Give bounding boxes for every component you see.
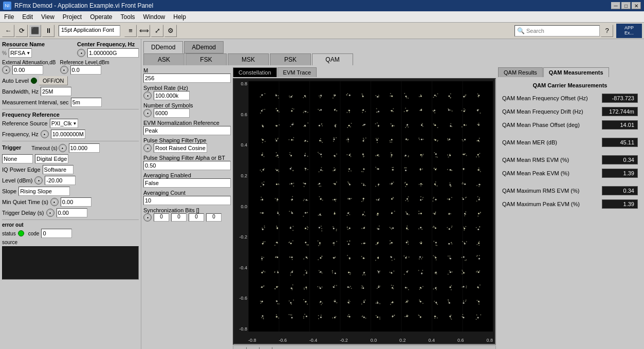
sync-bits-knob[interactable] [143, 213, 152, 222]
tab-psk[interactable]: PSK [270, 53, 311, 65]
auto-level-label: Auto Level [2, 78, 29, 84]
symbol-rate-value[interactable]: 100.000k [154, 91, 190, 100]
menu-operate[interactable]: Operate [86, 12, 116, 22]
pulse-shaping-knob[interactable] [143, 144, 152, 152]
num-symbols-knob[interactable] [143, 109, 152, 117]
timeout-value[interactable]: 10.000 [69, 143, 100, 153]
sync-bit-3[interactable]: 0 [206, 213, 222, 222]
min-quiet-value[interactable]: 0.00 [61, 197, 91, 207]
center-freq-knob[interactable] [77, 49, 85, 57]
svg-point-260 [262, 256, 263, 258]
minimize-button[interactable]: ─ [611, 2, 620, 9]
trigger-digital[interactable]: Digital Edge [35, 154, 68, 163]
forward-button[interactable]: ⟳ [15, 25, 28, 37]
ref-level-value[interactable]: 0.0 [70, 65, 101, 75]
tab-msk[interactable]: MSK [228, 53, 269, 65]
trigger-header-row: Trigger Timeout (s) 10.000 [2, 143, 139, 153]
back-button[interactable]: ← [2, 25, 14, 37]
align-button[interactable]: ≡ [124, 25, 137, 37]
svg-point-42 [404, 316, 406, 317]
auto-level-toggle[interactable]: OFF/ON [39, 76, 68, 85]
trigger-delay-knob[interactable] [46, 209, 54, 217]
pause-toolbar-button[interactable]: ⏸ [42, 25, 54, 37]
num-symbols-value[interactable]: 6000 [154, 108, 190, 118]
maximize-button[interactable]: □ [621, 2, 631, 9]
menu-help[interactable]: Help [169, 12, 190, 22]
svg-point-294 [390, 256, 391, 257]
plot-zoom-button[interactable]: ⊞ [235, 347, 247, 349]
level-knob[interactable] [34, 176, 43, 185]
svg-point-708 [264, 156, 265, 157]
svg-point-73 [290, 302, 291, 303]
ref-freq-value[interactable]: 10.000000M [51, 130, 85, 139]
ext-atten-value[interactable]: 0.00 [12, 65, 43, 75]
meas-interval-value[interactable]: 5m [71, 98, 102, 107]
level-value[interactable]: -20.00 [45, 176, 76, 185]
sync-bits-group: Synchronization Bits [] 0 0 0 0 [143, 207, 231, 222]
svg-point-929 [378, 111, 379, 113]
svg-point-314 [465, 260, 466, 261]
svg-point-440 [451, 227, 452, 228]
svg-point-97 [377, 302, 378, 304]
menu-file[interactable]: File [0, 12, 18, 22]
sync-bit-2[interactable]: 0 [189, 213, 204, 222]
distribute-button[interactable]: ⟺ [138, 25, 150, 37]
svg-point-606 [365, 185, 366, 186]
min-quiet-knob[interactable] [50, 198, 59, 206]
tab-ademod[interactable]: ADemod [184, 41, 224, 53]
close-button[interactable]: ✕ [632, 2, 641, 9]
svg-point-52 [435, 316, 436, 317]
stop-toolbar-button[interactable]: ⬛ [29, 25, 41, 37]
symbol-rate-knob[interactable] [143, 91, 152, 100]
avg-count-value[interactable]: 10 [143, 196, 231, 205]
subtab-constellation[interactable]: Constellation [233, 67, 277, 77]
trigger-delay-value[interactable]: 0.00 [57, 208, 87, 217]
search-input[interactable] [526, 28, 597, 34]
pulse-shaping-value[interactable]: Root Raised Cosine [154, 143, 207, 153]
results-subtab-measurements[interactable]: QAM Measurements [543, 67, 609, 77]
ref-level-knob[interactable] [60, 66, 68, 74]
center-freq-value[interactable]: 1.000000G [87, 48, 139, 58]
svg-point-437 [449, 228, 450, 230]
pulse-alpha-value[interactable]: 0.50 [143, 161, 231, 170]
search-bar[interactable]: 🔍 [514, 25, 600, 36]
bandwidth-value[interactable]: 25M [41, 87, 71, 96]
evm-norm-value[interactable]: Peak [143, 126, 231, 135]
window-controls[interactable]: ─ □ ✕ [611, 2, 641, 9]
menu-tools[interactable]: Tools [117, 12, 139, 22]
tab-qam[interactable]: QAM [312, 53, 353, 65]
menu-view[interactable]: View [37, 12, 59, 22]
resource-name-dropdown[interactable]: RFSA ▼ [9, 48, 32, 58]
tab-fsk[interactable]: FSK [186, 53, 227, 65]
ref-freq-knob[interactable] [41, 130, 49, 138]
menu-window[interactable]: Window [139, 12, 170, 22]
ext-atten-knob[interactable] [2, 66, 10, 74]
trigger-none[interactable]: None [2, 154, 33, 163]
tab-ask[interactable]: ASK [143, 53, 185, 65]
menu-edit[interactable]: Edit [18, 12, 37, 22]
svg-point-953 [464, 111, 465, 112]
tab-ddemod[interactable]: DDemod [143, 41, 183, 53]
help-button[interactable]: ? [601, 25, 613, 37]
code-value[interactable]: 0 [41, 229, 72, 238]
sync-bit-1[interactable]: 0 [171, 213, 187, 222]
plot-cursor-button[interactable]: ↗ [261, 347, 272, 349]
menu-project[interactable]: Project [59, 12, 86, 22]
slope-value[interactable]: Rising Slope [19, 187, 70, 196]
subtab-evm-trace[interactable]: EVM Trace [278, 67, 317, 77]
results-subtab-results[interactable]: QAM Results [498, 67, 543, 77]
plot-pan-button[interactable]: ✋ [248, 347, 260, 349]
iq-software[interactable]: Software [43, 165, 73, 174]
sync-bits-value[interactable]: 0 [154, 213, 169, 222]
timeout-knob[interactable] [59, 144, 67, 152]
avg-enabled-value[interactable]: False [143, 178, 231, 188]
settings-button[interactable]: ⚙ [164, 25, 177, 37]
m-value[interactable]: 256 [143, 74, 231, 83]
svg-point-587 [293, 183, 294, 184]
ref-source-dropdown[interactable]: PXI_Clk ▼ [50, 119, 79, 128]
svg-point-480 [364, 212, 365, 213]
svg-point-880 [421, 124, 422, 125]
svg-point-209 [320, 271, 322, 272]
resize-button[interactable]: ⤢ [151, 25, 163, 37]
font-selector[interactable]: 15pt Application Font [59, 25, 120, 36]
